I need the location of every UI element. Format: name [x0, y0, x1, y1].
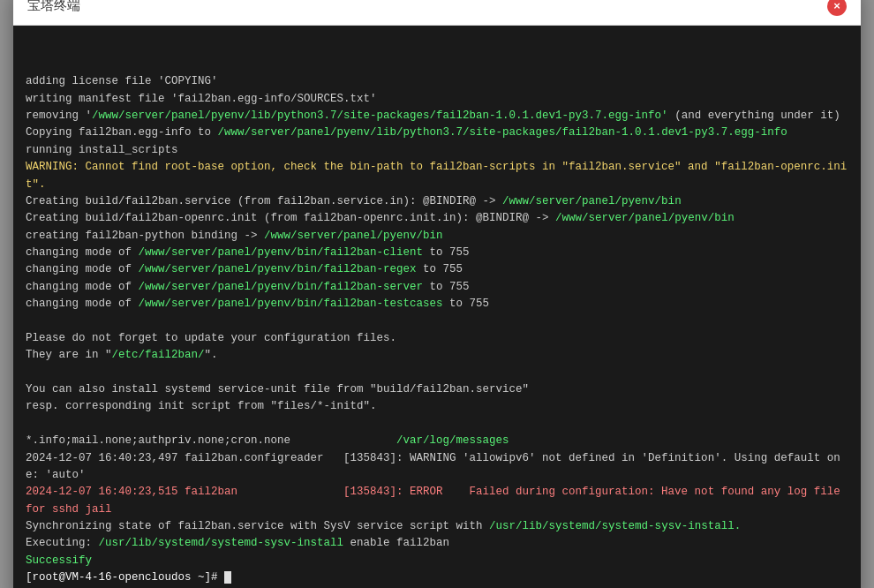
close-button[interactable]: × [827, 0, 847, 16]
terminal-body[interactable]: adding license file 'COPYING'writing man… [13, 26, 861, 589]
terminal-modal: 宝塔终端 × adding license file 'COPYING'writ… [13, 0, 861, 588]
modal-title: 宝塔终端 [27, 0, 80, 14]
modal-header: 宝塔终端 × [13, 0, 861, 26]
modal-overlay: 宝塔终端 × adding license file 'COPYING'writ… [0, 0, 874, 588]
